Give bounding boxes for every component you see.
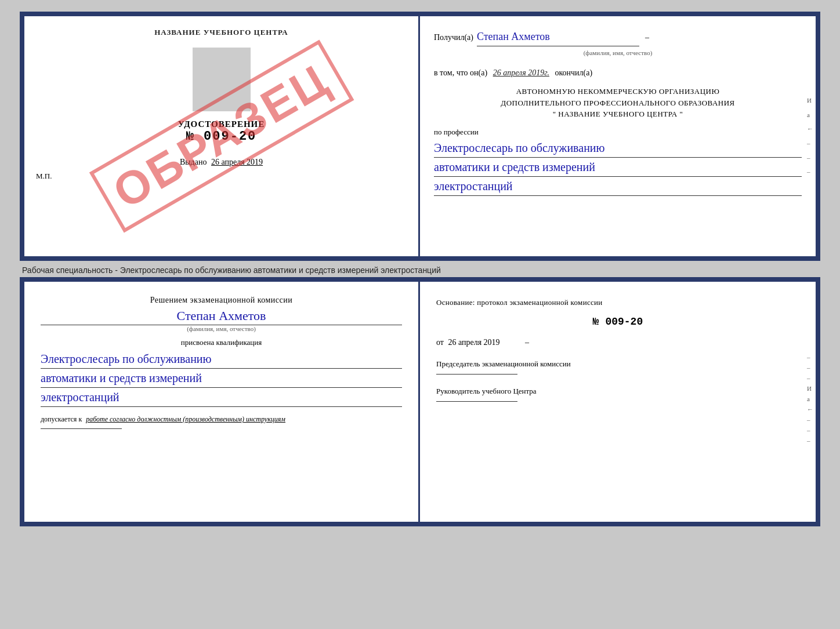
- top-document: НАЗВАНИЕ УЧЕБНОГО ЦЕНТРА УДОСТОВЕРЕНИЕ №…: [20, 12, 820, 261]
- допускается-prefix: допускается к: [41, 415, 82, 423]
- chairman-signature-line: [436, 374, 517, 375]
- bottom-right-panel: Основание: протокол экзаменационной коми…: [420, 282, 816, 522]
- recipient-name-top: Степан Ахметов: [477, 28, 639, 46]
- bmark-1: –: [807, 354, 813, 361]
- profession-line2: автоматики и средств измерений: [434, 158, 802, 177]
- commission-title: Решением экзаменационной комиссии: [41, 296, 402, 305]
- qualification-line1: Электрослесарь по обслуживанию: [41, 350, 402, 369]
- received-label: Получил(а): [434, 31, 473, 45]
- protocol-date: от 26 апреля 2019 –: [436, 335, 799, 350]
- chairman-label: Председатель экзаменационной комиссии: [436, 359, 799, 369]
- fio-hint-bottom: (фамилия, имя, отчество): [41, 325, 402, 332]
- issued-date: 26 апреля 2019: [211, 158, 263, 166]
- bmark-5: а: [807, 395, 813, 402]
- completed-prefix: в том, что он(а): [434, 68, 487, 77]
- dash-after-date: –: [525, 338, 529, 347]
- mark-4: –: [807, 138, 813, 149]
- org-line3: " НАЗВАНИЕ УЧЕБНОГО ЦЕНТРА ": [434, 108, 802, 120]
- photo-placeholder: [193, 48, 251, 111]
- bmark-3: –: [807, 375, 813, 381]
- protocol-date-value: 26 апреля 2019: [448, 338, 499, 347]
- qualification-line3: электростанций: [41, 388, 402, 407]
- bmark-7: –: [807, 416, 813, 423]
- bottom-right-content: Основание: протокол экзаменационной коми…: [436, 296, 799, 402]
- side-marks-bottom-right: – – – И а ← – – –: [807, 354, 813, 444]
- leader-label: Руководитель учебного Центра: [436, 386, 799, 397]
- cert-number: № 009-20: [186, 129, 257, 144]
- mark-2: а: [807, 110, 813, 121]
- mp-label: М.П.: [36, 172, 52, 181]
- leader-signature-line: [436, 401, 517, 402]
- mark-3: ←: [807, 123, 813, 134]
- org-block: АВТОНОМНУЮ НЕКОММЕРЧЕСКУЮ ОРГАНИЗАЦИЮ ДО…: [434, 86, 802, 120]
- dash-after-name: –: [645, 31, 649, 45]
- completed-date: 26 апреля 2019г.: [493, 68, 549, 77]
- date-prefix: от: [436, 338, 444, 347]
- bmark-2: –: [807, 364, 813, 371]
- date-line: в том, что он(а) 26 апреля 2019г. окончи…: [434, 66, 802, 80]
- fio-hint-top: (фамилия, имя, отчество): [434, 48, 802, 59]
- bmark-9: –: [807, 437, 813, 444]
- bmark-8: –: [807, 427, 813, 434]
- protocol-number: № 009-20: [436, 312, 799, 331]
- допускается-line: допускается к работе согласно должностны…: [41, 415, 402, 424]
- received-line: Получил(а) Степан Ахметов –: [434, 28, 802, 46]
- completed-suffix: окончил(а): [555, 68, 592, 77]
- mark-5: –: [807, 152, 813, 163]
- training-center-title: НАЗВАНИЕ УЧЕБНОГО ЦЕНТРА: [154, 28, 288, 37]
- bmark-4: И: [807, 385, 813, 392]
- org-line2: ДОПОЛНИТЕЛЬНОГО ПРОФЕССИОНАЛЬНОГО ОБРАЗО…: [434, 97, 802, 109]
- bottom-left-panel: Решением экзаменационной комиссии Степан…: [24, 282, 420, 522]
- basis-label: Основание: протокол экзаменационной коми…: [436, 296, 799, 309]
- qualification-label: присвоена квалификация: [41, 338, 402, 347]
- issued-prefix: Выдано: [180, 158, 207, 166]
- profession-line3: электростанций: [434, 177, 802, 196]
- bmark-6: ←: [807, 406, 813, 413]
- top-right-panel: Получил(а) Степан Ахметов – (фамилия, им…: [420, 16, 816, 256]
- допускается-written: работе согласно должностным (производств…: [86, 415, 285, 423]
- cert-label: УДОСТОВЕРЕНИЕ: [178, 119, 265, 129]
- recipient-name-bottom: Степан Ахметов: [41, 308, 402, 325]
- org-line1: АВТОНОМНУЮ НЕКОММЕРЧЕСКУЮ ОРГАНИЗАЦИЮ: [434, 86, 802, 97]
- side-marks-top: И а ← – – –: [807, 95, 813, 177]
- profession-line1: Электрослесарь по обслуживанию: [434, 139, 802, 158]
- issued-line: Выдано 26 апреля 2019: [180, 158, 263, 167]
- signature-line-bottom-left: [41, 428, 122, 429]
- qualification-line2: автоматики и средств измерений: [41, 369, 402, 388]
- subtitle-text: Рабочая специальность - Электрослесарь п…: [20, 261, 820, 277]
- mark-1: И: [807, 95, 813, 106]
- mark-6: –: [807, 166, 813, 177]
- bottom-document: Решением экзаменационной комиссии Степан…: [20, 277, 820, 526]
- top-left-panel: НАЗВАНИЕ УЧЕБНОГО ЦЕНТРА УДОСТОВЕРЕНИЕ №…: [24, 16, 420, 256]
- profession-label: по профессии: [434, 126, 802, 139]
